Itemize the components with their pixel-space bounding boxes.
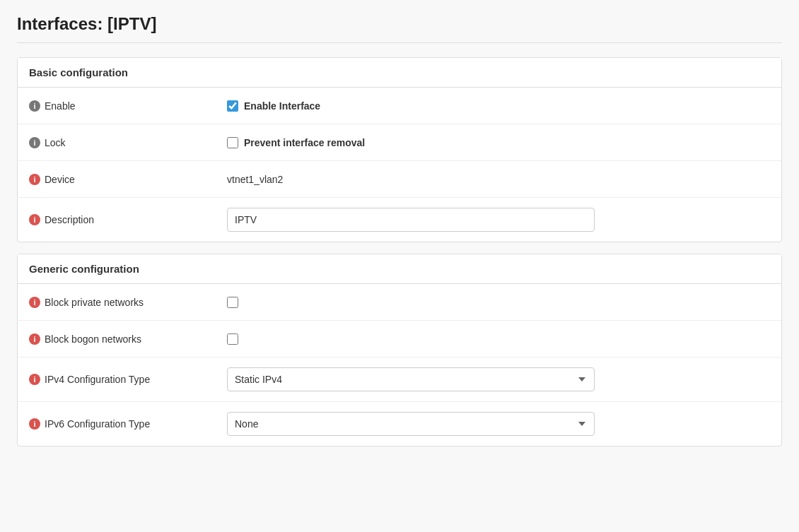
block-private-label: i Block private networks: [29, 297, 227, 308]
generic-config-header: Generic configuration: [18, 254, 781, 284]
ipv6-type-label-text: IPv6 Configuration Type: [45, 418, 150, 430]
ipv6-type-info-icon[interactable]: i: [29, 418, 40, 430]
block-bogon-row: i Block bogon networks: [18, 321, 781, 357]
enable-label-text: Enable: [45, 100, 76, 112]
block-bogon-value: [227, 333, 770, 345]
ipv4-type-select[interactable]: None Static IPv4 DHCP PPPoE PPP PPTP L2T…: [227, 367, 595, 391]
lock-row: i Lock Prevent interface removal: [18, 124, 781, 161]
page-title: Interfaces: [IPTV]: [17, 14, 782, 43]
enable-row: i Enable Enable Interface: [18, 88, 781, 124]
block-bogon-info-icon[interactable]: i: [29, 333, 40, 345]
description-label-text: Description: [45, 214, 94, 225]
lock-checkbox-wrapper: Prevent interface removal: [227, 137, 365, 148]
basic-config-header: Basic configuration: [18, 58, 781, 88]
block-bogon-label-text: Block bogon networks: [45, 333, 141, 345]
ipv4-type-row: i IPv4 Configuration Type None Static IP…: [18, 357, 781, 402]
ipv4-type-info-icon[interactable]: i: [29, 374, 40, 385]
device-row: i Device vtnet1_vlan2: [18, 161, 781, 198]
enable-label: i Enable: [29, 100, 227, 112]
description-row: i Description: [18, 198, 781, 242]
block-bogon-checkbox[interactable]: [227, 333, 238, 345]
ipv6-type-row: i IPv6 Configuration Type None Static IP…: [18, 402, 781, 446]
enable-checkbox[interactable]: [227, 100, 238, 112]
ipv4-type-label-text: IPv4 Configuration Type: [45, 374, 150, 385]
ipv6-type-select[interactable]: None Static IPv6 DHCPv6 SLAAC 6rd 6to4 T…: [227, 412, 595, 436]
ipv6-type-label: i IPv6 Configuration Type: [29, 418, 227, 430]
enable-info-icon[interactable]: i: [29, 100, 40, 112]
lock-checkbox[interactable]: [227, 137, 238, 148]
block-private-label-text: Block private networks: [45, 297, 144, 308]
enable-checkbox-label[interactable]: Enable Interface: [244, 100, 320, 112]
device-info-icon[interactable]: i: [29, 174, 40, 185]
device-value-container: vtnet1_vlan2: [227, 174, 770, 185]
description-input[interactable]: [227, 208, 595, 232]
ipv4-type-value: None Static IPv4 DHCP PPPoE PPP PPTP L2T…: [227, 367, 770, 391]
lock-value: Prevent interface removal: [227, 137, 770, 148]
description-value: [227, 208, 770, 232]
lock-label: i Lock: [29, 137, 227, 148]
enable-checkbox-wrapper: Enable Interface: [227, 100, 320, 112]
generic-config-section: Generic configuration i Block private ne…: [17, 254, 782, 447]
block-private-row: i Block private networks: [18, 284, 781, 321]
device-label-text: Device: [45, 174, 75, 185]
device-label: i Device: [29, 174, 227, 185]
lock-info-icon[interactable]: i: [29, 137, 40, 148]
ipv6-type-value: None Static IPv6 DHCPv6 SLAAC 6rd 6to4 T…: [227, 412, 770, 436]
description-label: i Description: [29, 214, 227, 225]
block-private-info-icon[interactable]: i: [29, 297, 40, 308]
block-private-value: [227, 297, 770, 308]
enable-value: Enable Interface: [227, 100, 770, 112]
lock-label-text: Lock: [45, 137, 66, 148]
device-value-text: vtnet1_vlan2: [227, 174, 283, 185]
basic-config-section: Basic configuration i Enable Enable Inte…: [17, 57, 782, 242]
block-private-checkbox[interactable]: [227, 297, 238, 308]
description-info-icon[interactable]: i: [29, 214, 40, 225]
lock-checkbox-label[interactable]: Prevent interface removal: [244, 137, 365, 148]
ipv4-type-label: i IPv4 Configuration Type: [29, 374, 227, 385]
block-bogon-label: i Block bogon networks: [29, 333, 227, 345]
